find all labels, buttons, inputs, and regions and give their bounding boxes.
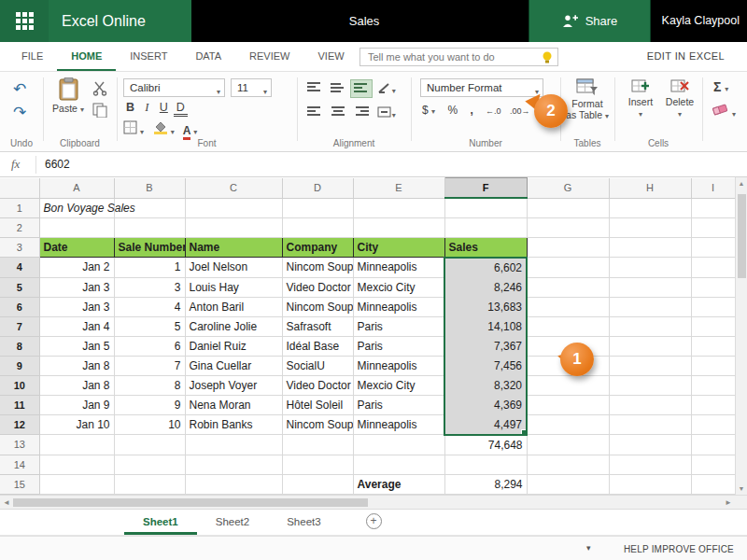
cell-B5[interactable]: 3 bbox=[114, 277, 185, 297]
cell-G3[interactable] bbox=[527, 237, 609, 258]
percent-format-button[interactable]: % bbox=[447, 104, 458, 117]
share-button[interactable]: Share bbox=[529, 0, 651, 42]
cell-A1[interactable]: Bon Voyage Sales bbox=[39, 198, 114, 217]
cell-C5[interactable]: Louis Hay bbox=[185, 277, 282, 297]
row-header-9[interactable]: 9 bbox=[0, 356, 39, 375]
cell-C4[interactable]: Joel Nelson bbox=[185, 258, 282, 278]
app-launcher-button[interactable] bbox=[0, 0, 49, 42]
column-header-I[interactable]: I bbox=[691, 178, 735, 199]
cell-F3[interactable]: Sales bbox=[444, 237, 527, 258]
cell-F14[interactable] bbox=[444, 455, 527, 474]
borders-button[interactable]: ▾ bbox=[123, 125, 147, 136]
cell-I5[interactable] bbox=[691, 277, 735, 297]
tab-view[interactable]: VIEW bbox=[304, 42, 359, 71]
cell-I12[interactable] bbox=[691, 414, 735, 435]
row-header-11[interactable]: 11 bbox=[0, 395, 39, 414]
cell-D3[interactable]: Company bbox=[282, 237, 353, 258]
scroll-down-arrow[interactable]: ▼ bbox=[736, 485, 747, 492]
cell-H4[interactable] bbox=[609, 258, 691, 278]
cell-I14[interactable] bbox=[691, 455, 735, 474]
formula-bar[interactable]: fx 6602 bbox=[0, 152, 747, 177]
cell-A9[interactable]: Jan 8 bbox=[39, 356, 114, 375]
column-header-C[interactable]: C bbox=[185, 178, 282, 199]
redo-button[interactable]: ↷ bbox=[13, 103, 26, 122]
cell-F11[interactable]: 4,369 bbox=[444, 395, 527, 414]
cell-F1[interactable] bbox=[444, 198, 527, 217]
cell-F2[interactable] bbox=[444, 217, 527, 237]
cell-A12[interactable]: Jan 10 bbox=[39, 414, 114, 435]
cell-E15[interactable]: Average bbox=[353, 474, 444, 494]
cell-I4[interactable] bbox=[691, 258, 735, 278]
cell-H12[interactable] bbox=[609, 414, 691, 435]
row-header-2[interactable]: 2 bbox=[0, 217, 39, 237]
cell-I9[interactable] bbox=[691, 356, 735, 375]
text-orientation-button[interactable]: ▾ bbox=[374, 80, 399, 97]
italic-button[interactable]: I bbox=[140, 101, 154, 115]
cell-A6[interactable]: Jan 3 bbox=[39, 297, 114, 316]
cell-G7[interactable] bbox=[527, 316, 609, 336]
tab-home[interactable]: HOME bbox=[57, 42, 116, 71]
new-sheet-button[interactable]: + bbox=[366, 513, 382, 529]
cell-A8[interactable]: Jan 5 bbox=[39, 336, 114, 356]
cell-F5[interactable]: 8,246 bbox=[444, 277, 527, 297]
edit-in-excel-button[interactable]: EDIT IN EXCEL bbox=[647, 50, 725, 62]
cell-A15[interactable] bbox=[39, 474, 114, 494]
cell-H1[interactable] bbox=[609, 198, 691, 217]
merge-center-button[interactable]: ▾ bbox=[374, 105, 399, 121]
cell-E10[interactable]: Mexcio City bbox=[353, 375, 444, 395]
cell-E1[interactable] bbox=[353, 198, 444, 217]
font-size-select[interactable]: 11 ▾ bbox=[231, 78, 272, 97]
column-header-A[interactable]: A bbox=[39, 178, 114, 199]
align-middle-button[interactable] bbox=[328, 80, 348, 97]
cell-D4[interactable]: Nincom Soup bbox=[282, 258, 353, 278]
cell-B9[interactable]: 7 bbox=[114, 356, 185, 375]
cell-D10[interactable]: Video Doctor bbox=[282, 375, 353, 395]
cell-I2[interactable] bbox=[691, 217, 735, 237]
cell-E11[interactable]: Paris bbox=[353, 395, 444, 414]
cell-G10[interactable] bbox=[527, 375, 609, 395]
cell-I11[interactable] bbox=[691, 395, 735, 414]
cell-G14[interactable] bbox=[527, 455, 609, 474]
cell-F15[interactable]: 8,294 bbox=[444, 474, 527, 494]
cell-I13[interactable] bbox=[691, 435, 735, 455]
column-header-B[interactable]: B bbox=[114, 178, 185, 199]
sheet-tab-sheet1[interactable]: Sheet1 bbox=[124, 510, 197, 535]
copy-button[interactable] bbox=[92, 103, 107, 119]
cell-D1[interactable] bbox=[282, 198, 353, 217]
vertical-scroll-thumb[interactable] bbox=[738, 194, 746, 278]
cell-H7[interactable] bbox=[609, 316, 691, 336]
row-header-1[interactable]: 1 bbox=[0, 198, 39, 217]
cell-C3[interactable]: Name bbox=[185, 237, 282, 258]
cell-C14[interactable] bbox=[185, 455, 282, 474]
row-header-14[interactable]: 14 bbox=[0, 455, 39, 474]
row-header-13[interactable]: 13 bbox=[0, 435, 39, 455]
cell-I3[interactable] bbox=[691, 237, 735, 258]
cell-C15[interactable] bbox=[185, 474, 282, 494]
cell-H13[interactable] bbox=[609, 435, 691, 455]
tell-me-input[interactable]: Tell me what you want to do bbox=[359, 48, 558, 66]
cell-H3[interactable] bbox=[609, 237, 691, 258]
cell-B10[interactable]: 8 bbox=[114, 375, 185, 395]
cell-I8[interactable] bbox=[691, 336, 735, 356]
cell-D14[interactable] bbox=[282, 455, 353, 474]
cell-C1[interactable] bbox=[185, 198, 282, 217]
cell-E12[interactable]: Minneapolis bbox=[353, 414, 444, 435]
insert-cells-button[interactable]: Insert ▾ bbox=[622, 77, 659, 119]
cell-C13[interactable] bbox=[185, 435, 282, 455]
comma-format-button[interactable]: , bbox=[470, 104, 472, 117]
cell-B4[interactable]: 1 bbox=[114, 258, 185, 278]
cell-E6[interactable]: Minneapolis bbox=[353, 297, 444, 316]
cell-F8[interactable]: 7,367 bbox=[444, 336, 527, 356]
help-improve-office-link[interactable]: HELP IMPROVE OFFICE bbox=[624, 544, 734, 554]
format-as-table-button[interactable]: Format as Table ▾ bbox=[564, 77, 611, 120]
column-header-H[interactable]: H bbox=[609, 178, 691, 199]
cell-I1[interactable] bbox=[691, 198, 735, 217]
number-format-select[interactable]: Number Format ▾ bbox=[420, 78, 543, 97]
bold-button[interactable]: B bbox=[123, 101, 137, 114]
vertical-scrollbar[interactable]: ▲ ▼ bbox=[735, 177, 747, 495]
cell-D2[interactable] bbox=[282, 217, 353, 237]
cell-D8[interactable]: Idéal Base bbox=[282, 336, 353, 356]
clear-button[interactable]: ▾ bbox=[712, 103, 736, 119]
fill-handle[interactable] bbox=[521, 429, 527, 435]
align-right-button[interactable] bbox=[351, 105, 372, 121]
